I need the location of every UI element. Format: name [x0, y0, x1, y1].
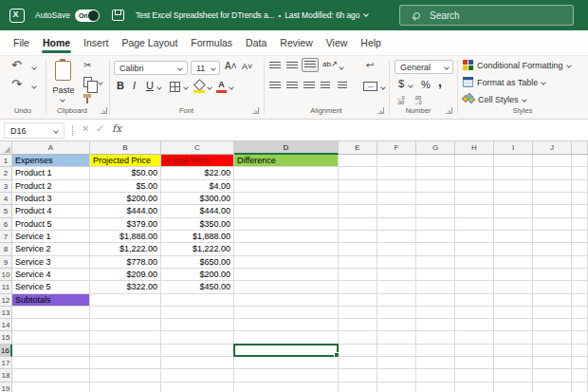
cell-D15[interactable]: [234, 331, 339, 344]
align-right-icon[interactable]: [303, 82, 315, 90]
cell-B10[interactable]: $209.00: [90, 269, 161, 281]
cell-partial-6[interactable]: [572, 218, 588, 231]
cell-H19[interactable]: [455, 383, 494, 392]
cell-B1[interactable]: Projected Price: [90, 155, 161, 167]
cell-J1[interactable]: [533, 155, 572, 167]
cell-G11[interactable]: [416, 281, 455, 293]
select-all-corner[interactable]: [0, 141, 12, 155]
menu-tab-help[interactable]: Help: [354, 31, 388, 55]
cell-F5[interactable]: [377, 205, 416, 217]
cell-H11[interactable]: [455, 281, 494, 293]
cell-F6[interactable]: [377, 218, 416, 231]
enter-icon[interactable]: ✓: [96, 122, 104, 135]
cell-B9[interactable]: $778.00: [90, 256, 161, 269]
cell-A6[interactable]: Product 5: [12, 218, 90, 231]
row-header-19[interactable]: 19: [0, 383, 12, 392]
cell-I19[interactable]: [494, 383, 533, 392]
cell-I9[interactable]: [494, 256, 533, 269]
cell-partial-10[interactable]: [572, 269, 588, 281]
cell-D6[interactable]: [234, 218, 339, 231]
cell-partial-7[interactable]: [572, 231, 588, 243]
borders-dropdown-icon[interactable]: [183, 84, 189, 90]
cell-C8[interactable]: $1,222.00: [161, 243, 234, 255]
col-header-B[interactable]: B: [90, 141, 161, 155]
cell-B19[interactable]: [90, 383, 161, 392]
align-top-icon[interactable]: [269, 62, 281, 70]
col-header-G[interactable]: G: [416, 141, 455, 155]
cell-E2[interactable]: [339, 167, 377, 179]
cell-B5[interactable]: $444.00: [90, 205, 161, 217]
cell-D1[interactable]: Difference: [234, 155, 339, 167]
increase-decimal-icon[interactable]: ←0.00: [396, 96, 405, 105]
menu-tab-page-layout[interactable]: Page Layout: [115, 31, 184, 55]
percent-icon[interactable]: %: [421, 79, 431, 90]
cell-E12[interactable]: [339, 294, 377, 307]
row-header-18[interactable]: 18: [0, 369, 12, 382]
cell-G12[interactable]: [416, 294, 455, 307]
cell-I3[interactable]: [494, 180, 533, 193]
cell-B7[interactable]: $1,888.00: [90, 231, 161, 243]
row-header-2[interactable]: 2: [0, 167, 12, 179]
cell-C9[interactable]: $650.00: [161, 256, 234, 269]
cell-F3[interactable]: [377, 180, 416, 193]
cell-F1[interactable]: [377, 155, 416, 167]
orientation-dropdown-icon[interactable]: [339, 65, 344, 70]
paste-label[interactable]: Paste: [47, 85, 80, 95]
cell-C16[interactable]: [161, 345, 234, 357]
cell-F19[interactable]: [377, 383, 416, 392]
cell-G9[interactable]: [416, 256, 455, 269]
col-header-I[interactable]: I: [494, 141, 533, 155]
cell-J7[interactable]: [533, 231, 572, 243]
col-header-E[interactable]: E: [339, 141, 377, 155]
cell-E6[interactable]: [339, 218, 377, 231]
cell-E11[interactable]: [339, 281, 377, 293]
cell-E19[interactable]: [339, 383, 377, 392]
cell-C12[interactable]: [161, 294, 234, 307]
cell-H5[interactable]: [455, 205, 494, 217]
menu-tab-home[interactable]: Home: [36, 31, 77, 55]
cell-C11[interactable]: $450.00: [161, 281, 234, 293]
row-header-8[interactable]: 8: [0, 243, 12, 255]
number-dialog-launcher[interactable]: [446, 107, 452, 114]
cell-F10[interactable]: [377, 269, 416, 281]
cell-F15[interactable]: [377, 331, 416, 344]
cell-J2[interactable]: [533, 167, 572, 179]
cell-H3[interactable]: [455, 180, 494, 193]
cell-F11[interactable]: [377, 281, 416, 293]
save-icon[interactable]: [112, 9, 124, 21]
cell-H10[interactable]: [455, 269, 494, 281]
cell-H14[interactable]: [455, 319, 494, 331]
cell-A2[interactable]: Product 1: [12, 167, 90, 179]
fill-color-icon[interactable]: [193, 81, 205, 92]
align-bottom-icon[interactable]: [302, 58, 319, 72]
cell-D19[interactable]: [234, 383, 339, 392]
cell-D11[interactable]: [234, 281, 339, 293]
cell-B11[interactable]: $322.00: [90, 281, 161, 293]
cell-F17[interactable]: [377, 357, 416, 369]
cell-C7[interactable]: $1,888.00: [161, 231, 234, 243]
underline-dropdown-icon[interactable]: [156, 84, 162, 90]
cell-E8[interactable]: [339, 243, 377, 255]
cell-I5[interactable]: [494, 205, 533, 217]
row-header-10[interactable]: 10: [0, 269, 12, 281]
borders-icon[interactable]: [170, 82, 180, 92]
cell-A18[interactable]: [12, 369, 90, 382]
cell-C15[interactable]: [161, 331, 234, 344]
decrease-indent-icon[interactable]: [321, 82, 330, 90]
cell-H12[interactable]: [455, 294, 494, 307]
cell-I7[interactable]: [494, 231, 533, 243]
cell-C6[interactable]: $350.00: [161, 218, 234, 231]
cell-E17[interactable]: [339, 357, 377, 369]
col-header-partial[interactable]: [572, 141, 588, 155]
cell-C17[interactable]: [161, 357, 234, 369]
cell-H17[interactable]: [455, 357, 494, 369]
decrease-decimal-icon[interactable]: .00→0: [413, 96, 422, 105]
cell-H1[interactable]: [455, 155, 494, 167]
undo-icon[interactable]: ↶: [11, 58, 22, 72]
cell-J18[interactable]: [533, 369, 572, 382]
cell-E7[interactable]: [339, 231, 377, 243]
cell-C3[interactable]: $4.00: [161, 180, 234, 193]
cell-D18[interactable]: [234, 369, 339, 382]
cell-J5[interactable]: [533, 205, 572, 217]
cell-C4[interactable]: $300.00: [161, 193, 234, 205]
